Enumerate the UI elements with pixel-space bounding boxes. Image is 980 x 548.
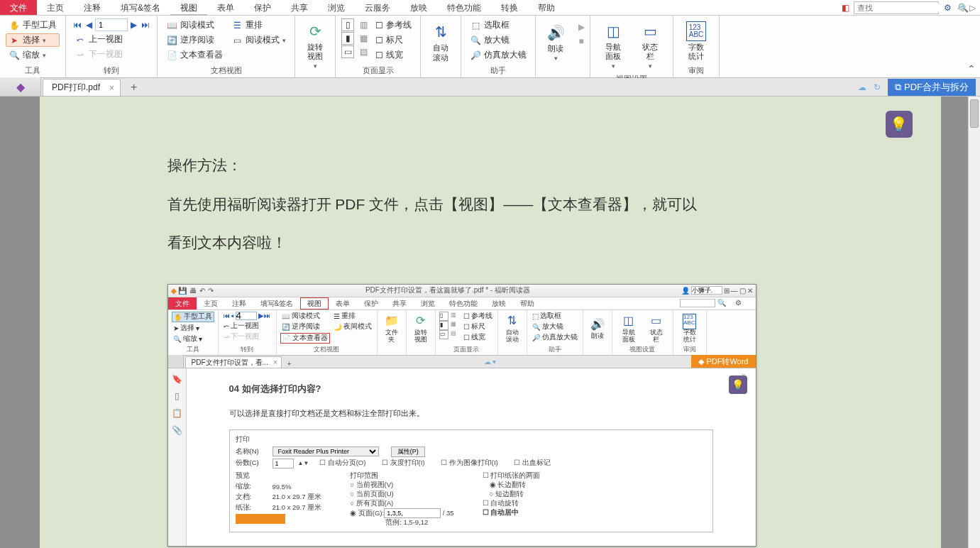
home-tab[interactable]: ◆ — [0, 77, 41, 96]
ruler[interactable]: ☐标尺 — [373, 33, 414, 47]
nav-fwd-icon[interactable]: ▷ — [968, 3, 977, 13]
menu-protect[interactable]: 保护 — [244, 0, 281, 15]
ribbon-group-assist: ⬚选取框 🔍放大镜 🔎仿真放大镜 助手 — [461, 16, 536, 77]
menu-share[interactable]: 共享 — [281, 0, 318, 15]
text-viewer[interactable]: 📄文本查看器 — [163, 48, 226, 62]
inner-grid-icon: ⊞ — [724, 287, 730, 295]
vertical-scrollbar[interactable] — [968, 97, 980, 548]
nav-back-icon[interactable]: ◁ — [956, 3, 965, 13]
magnifier[interactable]: 🔍放大镜 — [467, 33, 529, 47]
new-tab-icon[interactable]: + — [131, 81, 137, 94]
menu-home[interactable]: 主页 — [37, 0, 74, 15]
word-count[interactable]: 123ABC字数 统计 — [679, 18, 713, 64]
inner-page-nav: ⏮◀▶⏭ — [222, 312, 272, 320]
menu-special[interactable]: 特色功能 — [437, 0, 491, 15]
ribbon-collapse-icon[interactable]: ⌃ — [967, 63, 976, 75]
menu-fill-sign[interactable]: 填写&签名 — [111, 0, 170, 15]
inner-night: 🌙夜间模式 — [332, 322, 373, 331]
read-mode[interactable]: 📖阅读模式 — [163, 18, 226, 32]
inner-ref: ☐参考线 — [462, 312, 494, 321]
ribbon-group-review: 123ABC字数 统计 审阅 — [673, 16, 720, 77]
read-stop-icon[interactable]: ■ — [576, 35, 587, 47]
menu-play[interactable]: 放映 — [400, 0, 437, 15]
close-tab-icon[interactable]: × — [109, 83, 114, 93]
cont-two-icon[interactable]: ▦ — [357, 32, 370, 45]
single-page-icon[interactable]: ▯ — [341, 18, 354, 31]
loupe[interactable]: 🔎仿真放大镜 — [467, 48, 529, 62]
next-page-icon[interactable]: ▶ — [129, 20, 138, 30]
inner-reverse: 🔄逆序阅读 — [280, 322, 330, 331]
menu-browse[interactable]: 浏览 — [318, 0, 355, 15]
menu-comment[interactable]: 注释 — [74, 0, 111, 15]
menu-cloud[interactable]: 云服务 — [355, 0, 400, 15]
inner-app-icon: ◆ — [171, 287, 177, 295]
inner-home-tab — [168, 355, 184, 368]
document-area: 💡 操作方法： 首先使用福昕阅读器打开 PDF 文件，点击【视图】——【文本查看… — [0, 97, 980, 548]
reflow-icon: ☰ — [231, 20, 243, 31]
search-box[interactable]: 🔍 — [854, 1, 939, 14]
reverse-icon: 🔄 — [166, 35, 177, 46]
status-icon: ▭ — [640, 21, 660, 41]
cont-page-icon[interactable]: ▮ — [341, 32, 354, 45]
line-width[interactable]: ☐线宽 — [373, 48, 414, 62]
book-icon: 📖 — [166, 20, 177, 31]
reflow[interactable]: ☰重排 — [229, 18, 289, 32]
page-input[interactable] — [95, 18, 128, 31]
menu-form[interactable]: 表单 — [207, 0, 244, 15]
menu-file[interactable]: 文件 — [0, 0, 37, 15]
read-aloud[interactable]: 🔊朗读 — [539, 18, 573, 66]
hand-icon: ✋ — [9, 20, 20, 31]
inner-file-folder: 📁文件 夹 — [379, 312, 404, 345]
inner-wc: 123ABC字数 统计 — [677, 312, 703, 344]
select-tool[interactable]: ➤选择 ▾ — [6, 33, 60, 47]
two-page-icon[interactable]: ▥ — [357, 18, 370, 31]
first-page-icon[interactable]: ⏮ — [72, 20, 83, 30]
status-bar[interactable]: ▭状态 栏 — [633, 18, 667, 72]
auto-scroll[interactable]: ⇅自动 滚动 — [424, 18, 458, 66]
scrollbar-thumb[interactable] — [970, 99, 979, 128]
inner-menu-view: 视图 — [300, 297, 329, 309]
magnifier-icon: 🔍 — [470, 35, 481, 46]
nav-panel[interactable]: ◫导航 面板 — [596, 18, 630, 72]
inner-menu-play: 放映 — [485, 297, 513, 309]
prev-page-icon[interactable]: ◀ — [84, 20, 94, 30]
checkbox-icon: ☐ — [375, 21, 383, 31]
tips-icon[interactable]: 💡 — [886, 111, 913, 138]
read-mode-2[interactable]: ▭阅读模式 — [229, 33, 289, 47]
hand-tool[interactable]: ✋手型工具 — [6, 18, 60, 32]
tab-title: PDF打印.pdf — [52, 82, 100, 94]
inner-menu-protect: 保护 — [357, 297, 385, 309]
inner-ruler: ☐标尺 — [462, 322, 494, 331]
settings-icon[interactable]: ⚙ — [942, 2, 953, 13]
inner-menu-file: 文件 — [168, 297, 197, 309]
inner-preview-swatch — [236, 514, 285, 524]
rotate-view[interactable]: ⟳旋转 视图 — [298, 18, 332, 72]
menu-view[interactable]: 视图 — [170, 0, 207, 15]
cloud-icon[interactable]: ☁ — [858, 82, 866, 92]
prev-view[interactable]: ⤺上一视图 — [72, 33, 151, 46]
pdf-merge-split-button[interactable]: ⧉PDF合并与拆分 — [888, 79, 976, 96]
zoom-tool[interactable]: 🔍缩放 — [6, 48, 60, 62]
last-page-icon[interactable]: ⏭ — [140, 20, 151, 30]
inner-min-icon: — — [731, 287, 738, 295]
group-label-docview: 文档视图 — [163, 64, 289, 77]
page-icon: ▭ — [231, 35, 243, 46]
sync-icon[interactable]: ↻ — [874, 82, 881, 92]
group-label-pagedisp: 页面显示 — [341, 64, 414, 77]
ref-line[interactable]: ☐参考线 — [373, 18, 414, 32]
cover-icon[interactable]: ▤ — [357, 45, 370, 58]
inner-menu-special: 特色功能 — [442, 297, 485, 309]
inner-heading: 04 如何选择打印内容? — [229, 383, 713, 395]
facing-icon[interactable]: ▭ — [341, 45, 354, 58]
menu-help[interactable]: 帮助 — [528, 0, 565, 15]
cursor-icon: ➤ — [9, 35, 20, 46]
inner-menu-home: 主页 — [197, 297, 225, 309]
menu-convert[interactable]: 转换 — [491, 0, 528, 15]
inner-select-tool: ➤选择▾ — [172, 324, 214, 333]
reverse-read[interactable]: 🔄逆序阅读 — [163, 33, 226, 47]
loupe-icon: 🔎 — [470, 50, 481, 61]
skin-icon[interactable]: ◧ — [839, 2, 851, 13]
marquee[interactable]: ⬚选取框 — [467, 18, 529, 32]
document-tab[interactable]: PDF打印.pdf × — [43, 79, 121, 96]
read-play-icon[interactable]: ▶ — [576, 21, 587, 33]
